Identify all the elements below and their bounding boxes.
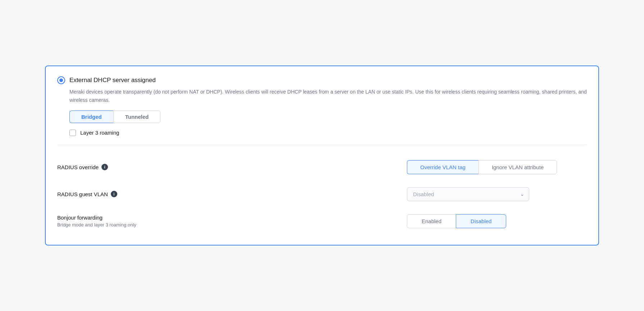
- bonjour-forwarding-row: Bonjour forwarding Bridge mode and layer…: [57, 208, 587, 235]
- radius-guest-vlan-info-icon[interactable]: i: [111, 191, 117, 197]
- layer3-roaming-checkbox[interactable]: [69, 130, 76, 136]
- radio-inner-dot: [59, 78, 63, 82]
- radius-override-row: RADIUS override i Override VLAN tag Igno…: [57, 154, 587, 181]
- bonjour-enabled-button[interactable]: Enabled: [407, 214, 456, 228]
- bonjour-sublabel: Bridge mode and layer 3 roaming only: [57, 222, 136, 227]
- bonjour-toggle-group: Enabled Disabled: [407, 214, 506, 228]
- radius-guest-vlan-controls: Disabled ⌄: [407, 187, 587, 201]
- radius-guest-vlan-label-text: RADIUS guest VLAN: [57, 191, 108, 197]
- radius-override-info-icon[interactable]: i: [101, 164, 108, 170]
- radius-guest-vlan-select[interactable]: Disabled: [407, 187, 529, 201]
- section-divider: [57, 145, 587, 145]
- bridged-tunneled-toggle-group: Bridged Tunneled: [69, 111, 587, 123]
- layer3-roaming-label: Layer 3 roaming: [80, 130, 119, 136]
- bridged-button[interactable]: Bridged: [69, 111, 113, 123]
- radius-guest-vlan-row: RADIUS guest VLAN i Disabled ⌄: [57, 181, 587, 208]
- bonjour-label-text: Bonjour forwarding: [57, 215, 103, 221]
- dhcp-header: External DHCP server assigned: [57, 76, 587, 84]
- radius-override-controls: Override VLAN tag Ignore VLAN attribute: [407, 160, 587, 174]
- dhcp-description: Meraki devices operate transparently (do…: [69, 88, 587, 104]
- dhcp-section: External DHCP server assigned Meraki dev…: [57, 76, 587, 136]
- bonjour-label-group: Bonjour forwarding Bridge mode and layer…: [57, 215, 136, 227]
- bonjour-label: Bonjour forwarding: [57, 215, 136, 221]
- bonjour-controls: Enabled Disabled: [407, 214, 587, 228]
- layer3-roaming-row: Layer 3 roaming: [69, 130, 587, 136]
- radius-override-label: RADIUS override i: [57, 164, 108, 170]
- radius-override-label-text: RADIUS override: [57, 164, 99, 170]
- settings-card: External DHCP server assigned Meraki dev…: [45, 66, 599, 245]
- override-vlan-tag-button[interactable]: Override VLAN tag: [407, 160, 479, 174]
- tunneled-button[interactable]: Tunneled: [113, 111, 161, 123]
- radius-override-toggle-group: Override VLAN tag Ignore VLAN attribute: [407, 160, 557, 174]
- ignore-vlan-attribute-button[interactable]: Ignore VLAN attribute: [479, 160, 557, 174]
- radius-guest-vlan-label: RADIUS guest VLAN i: [57, 191, 117, 197]
- radius-guest-vlan-select-wrapper: Disabled ⌄: [407, 187, 529, 201]
- radius-guest-vlan-label-group: RADIUS guest VLAN i: [57, 191, 117, 197]
- radius-override-label-group: RADIUS override i: [57, 164, 108, 170]
- dhcp-radio[interactable]: [57, 76, 65, 84]
- bonjour-disabled-button[interactable]: Disabled: [456, 214, 506, 228]
- dhcp-title: External DHCP server assigned: [69, 77, 156, 84]
